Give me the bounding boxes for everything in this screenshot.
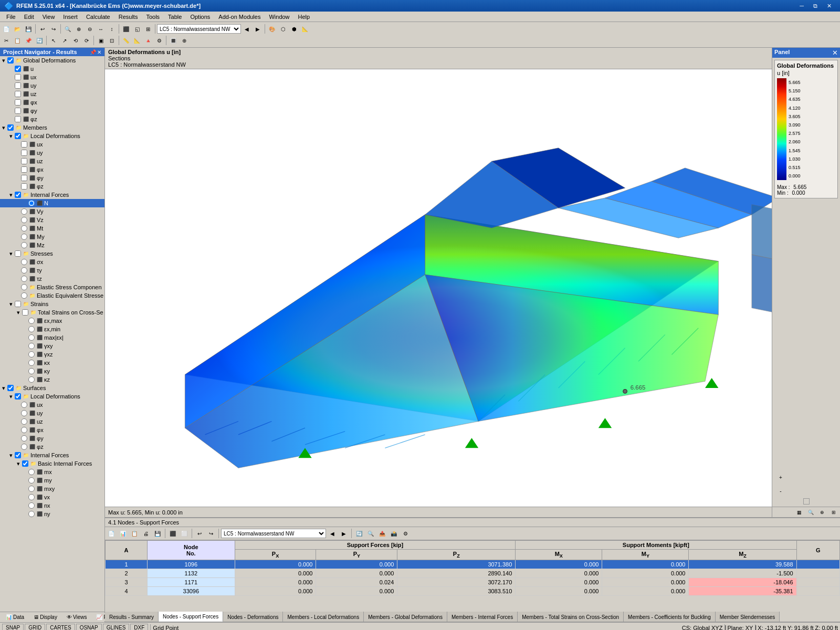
tree-sigmax[interactable]: ⬛ σx: [0, 258, 104, 266]
menu-window[interactable]: Window: [265, 13, 293, 21]
tree-ux[interactable]: ⬛ ux: [0, 73, 104, 81]
bt-next[interactable]: ▶: [339, 528, 349, 539]
bt-btn4[interactable]: 🖨: [141, 528, 151, 539]
bt-prev[interactable]: ◀: [327, 528, 338, 539]
tb-redo[interactable]: ↪: [48, 24, 59, 34]
rb-vx[interactable]: [28, 494, 35, 500]
tree-basic-int-forces[interactable]: ▾ 📁 Basic Internal Forces: [0, 459, 104, 468]
bt-btn6[interactable]: ⬛: [167, 528, 178, 539]
rb-surf-phiz[interactable]: [21, 444, 27, 450]
rb-N[interactable]: [28, 200, 35, 206]
tree-tauy[interactable]: ⬛ τy: [0, 266, 104, 275]
tree-kz[interactable]: ⬛ κz: [0, 375, 104, 384]
tb-open[interactable]: 📂: [12, 24, 23, 34]
tree-elastic-equiv[interactable]: 📁 Elastic Equivalent Stresse: [0, 291, 104, 300]
tab-members-local-def[interactable]: Members - Local Deformations: [283, 612, 364, 622]
rb-Mz[interactable]: [21, 242, 27, 248]
rb-Mt[interactable]: [21, 225, 27, 232]
bt-btn9[interactable]: ↪: [206, 528, 216, 539]
cb-surf-local-def[interactable]: [15, 393, 21, 400]
tb-btn8[interactable]: ⬛: [121, 24, 131, 34]
tree-mxy[interactable]: ⬛ mxy: [0, 485, 104, 493]
tree-My[interactable]: ⬛ My: [0, 233, 104, 241]
rb-ky[interactable]: [28, 368, 35, 374]
zoom-out-btn[interactable]: -: [774, 485, 787, 497]
rb-surf-uy[interactable]: [21, 410, 27, 416]
cb-local-def[interactable]: [15, 133, 21, 139]
cb-uy-ld[interactable]: [21, 150, 27, 156]
tb2-13[interactable]: 🔺: [143, 35, 153, 46]
glines-btn[interactable]: GLINES: [103, 624, 130, 630]
footer-views-btn[interactable]: 👁 Views: [63, 613, 91, 621]
tree-local-def[interactable]: ▾ 📁 Local Deformations: [0, 132, 104, 140]
footer-data-btn[interactable]: 📊 Data: [2, 613, 28, 621]
tree-nx[interactable]: ⬛ nx: [0, 501, 104, 510]
rb-surf-uz[interactable]: [21, 418, 27, 425]
menu-table[interactable]: Table: [164, 13, 186, 21]
menu-insert[interactable]: Insert: [59, 13, 82, 21]
tb2-7[interactable]: ⟲: [70, 35, 81, 46]
cb-ux-ld[interactable]: [21, 141, 27, 148]
expand-members[interactable]: ▾: [0, 124, 7, 131]
menu-help[interactable]: Help: [294, 13, 314, 21]
tree-phiz-ld[interactable]: ⬛ φz: [0, 182, 104, 191]
grid-btn[interactable]: GRID: [25, 624, 45, 630]
cb-uy-gd[interactable]: [15, 82, 21, 89]
tree-surf-internal-forces[interactable]: ▾ 📁 Internal Forces: [0, 451, 104, 459]
tb2-14[interactable]: ⚙: [154, 35, 164, 46]
menu-results[interactable]: Results: [114, 13, 142, 21]
rb-Vy[interactable]: [21, 208, 27, 215]
tab-members-global-def[interactable]: Members - Global Deformations: [364, 612, 447, 622]
tb-new[interactable]: 📄: [1, 24, 12, 34]
expand-strains[interactable]: ▾: [7, 301, 15, 308]
bt-btn8[interactable]: ↩: [194, 528, 205, 539]
tab-member-slendernesses[interactable]: Member Slendernesses: [716, 612, 780, 622]
tb-save[interactable]: 💾: [23, 24, 34, 34]
rb-Vz[interactable]: [21, 217, 27, 223]
tree-surf-uy[interactable]: ⬛ uy: [0, 409, 104, 417]
cb-total-strains[interactable]: [22, 309, 28, 316]
close-button[interactable]: ✕: [823, 2, 836, 10]
tree-global-deformations[interactable]: ▾ 📁 Global Deformations: [0, 56, 104, 65]
tb2-9[interactable]: ▣: [96, 35, 106, 46]
rb-my-surf[interactable]: [28, 477, 35, 484]
tab-members-internal-forces[interactable]: Members - Internal Forces: [447, 612, 518, 622]
tree-kx[interactable]: ⬛ κx: [0, 359, 104, 367]
rp-btn4[interactable]: ⊞: [828, 508, 839, 517]
rb-surf-phix[interactable]: [21, 427, 27, 433]
tb-undo[interactable]: ↩: [37, 24, 48, 34]
tree-phiy-gd[interactable]: ⬛ φy: [0, 107, 104, 115]
tb-btn4[interactable]: ⊕: [74, 24, 84, 34]
expand-surfaces[interactable]: ▾: [0, 385, 7, 392]
tb-prev-lc[interactable]: ◀: [242, 24, 252, 34]
tree-tauz[interactable]: ⬛ τz: [0, 275, 104, 283]
cb-phiy-ld[interactable]: [21, 175, 27, 181]
tb2-11[interactable]: 📏: [121, 35, 131, 46]
tree-surf-phiy[interactable]: ⬛ φy: [0, 434, 104, 443]
rb-tauz[interactable]: [21, 276, 27, 282]
expand-stresses[interactable]: ▾: [7, 250, 15, 257]
tree-surf-local-def[interactable]: ▾ 📁 Local Deformations: [0, 392, 104, 401]
tb-btn10[interactable]: ⊞: [143, 24, 153, 34]
tb-btn6[interactable]: ↔: [96, 24, 106, 34]
tb2-5[interactable]: ↖: [48, 35, 59, 46]
cb-phiy-gd[interactable]: [15, 108, 21, 114]
rb-elastic-stress[interactable]: [21, 284, 27, 290]
bt-lc-dropdown[interactable]: LC5 : Normalwasserstand NW: [221, 529, 326, 538]
tb2-8[interactable]: ⟳: [81, 35, 92, 46]
bt-screenshot[interactable]: 📸: [388, 528, 399, 539]
tree-Vz[interactable]: ⬛ Vz: [0, 216, 104, 224]
tree-ny[interactable]: ⬛ ny: [0, 510, 104, 518]
expand-local-def[interactable]: ▾: [7, 133, 15, 140]
tree-u[interactable]: ⬛ u: [0, 65, 104, 73]
menu-tools[interactable]: Tools: [142, 13, 164, 21]
tree-phiy-ld[interactable]: ⬛ φy: [0, 174, 104, 182]
tree-surf-ux[interactable]: ⬛ ux: [0, 401, 104, 409]
tree-vx[interactable]: ⬛ vx: [0, 493, 104, 501]
tb-btn5[interactable]: ⊖: [85, 24, 95, 34]
tb-iso[interactable]: 📐: [300, 24, 310, 34]
tb2-10[interactable]: ⊡: [107, 35, 117, 46]
rb-exmin[interactable]: [28, 326, 35, 332]
rb-sigmax[interactable]: [21, 259, 27, 265]
bt-export[interactable]: 📤: [377, 528, 387, 539]
